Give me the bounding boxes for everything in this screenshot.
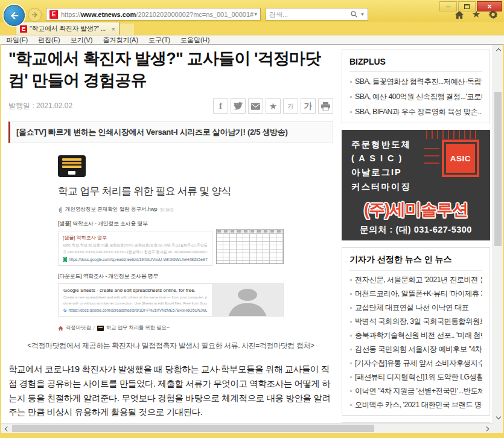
- article-title: "학교에서 확진자 발생?" 교사들이 '걱정마닷컴' 만들어 경험공유: [8, 48, 333, 91]
- tab-close-icon[interactable]: ×: [109, 25, 115, 33]
- card-file-box-icon: [58, 155, 86, 177]
- breadcrumb-separator: /: [94, 325, 95, 331]
- bizplus-box: BIZPLUS SBA, 들꽃영화상 협력추진...저예산·독립영화... SB…: [342, 50, 490, 123]
- google-sheets-card: Google Sheets - create and edit spreadsh…: [58, 283, 284, 317]
- reporter-news-header: 기자가 선정한 뉴스 인 뉴스: [349, 253, 482, 271]
- scrollbar-corner: [493, 423, 503, 433]
- article-paragraph: 학교에서 코로나19 확진자가 발생했을 때 당황하는 교사·학부모들을 위해 …: [8, 362, 333, 420]
- tab-title: "학교에서 확진자 발생?" ...: [30, 24, 109, 33]
- url-protocol: https://: [61, 11, 81, 18]
- share-toolbar: f ★ 가 가: [211, 98, 333, 114]
- reporter-news-item[interactable]: 전자신문, 서울문화고 '2021년 진로비전 동계...: [349, 273, 482, 287]
- site-favicon: E: [49, 10, 58, 19]
- article-image: 학교 업무 처리를 위한 필요 서류 및 양식 개인영상정보 존재확인 열람 청…: [58, 155, 284, 332]
- bizplus-item[interactable]: SBA, BIFAN과 우수 장르영화 육성 맞손...'워...: [349, 105, 482, 120]
- google-g-icon: G: [63, 308, 66, 312]
- tab-favicon: E: [20, 25, 27, 33]
- horizontal-scroll-thumb[interactable]: [12, 425, 374, 432]
- publish-date: 발행일 : 2021.02.02: [8, 101, 72, 111]
- print-icon: [321, 102, 330, 111]
- back-button[interactable]: [4, 5, 25, 26]
- reporter-news-item[interactable]: 김선동 국민의힘 서울시장 예비후보 "4차 산...: [349, 343, 482, 356]
- sheet-card-title: [샘플] 역학조사 명부: [63, 234, 208, 241]
- capture-page-title: 학교 업무 처리를 위한 필요 서류 및 양식: [58, 184, 284, 198]
- new-tab-button[interactable]: [120, 24, 134, 35]
- attachment-size: 39.5KB: [160, 208, 174, 212]
- share-mail-button[interactable]: [248, 98, 263, 114]
- close-button[interactable]: ×: [477, 1, 502, 11]
- reporter-news-item[interactable]: 머천드코리아, 알뜰폰+K-뷰티 '마이제휴 363'...: [349, 287, 482, 301]
- address-bar[interactable]: E https://www.etnews.com/20210202000002?…: [46, 8, 261, 21]
- google-sheets-link: https://docs.google.com/spreadsheets/d/1…: [68, 308, 207, 312]
- sheet-preview-card: [샘플] 역학조사 명부 세B1 학교,학년,반,번호,이름,전화번호(아이),…: [58, 231, 212, 266]
- spreadsheet-thumbnail: [216, 229, 284, 264]
- browser-titlebar: – × E https://www.etnews.com/20210202000…: [0, 0, 504, 22]
- scroll-down-button[interactable]: [493, 413, 503, 423]
- home-breadcrumb-icon: [58, 326, 63, 331]
- reporter-news-box: 기자가 선정한 뉴스 인 뉴스 전자신문, 서울문화고 '2021년 진로비전 …: [342, 247, 490, 416]
- maximize-button[interactable]: [458, 1, 476, 11]
- url-path: /20210202000002?mc=ns_001_00001#: [136, 11, 254, 18]
- page-viewport: "학교에서 확진자 발생?" 교사들이 '걱정마닷컴' 만들어 경험공유 발행일…: [1, 44, 503, 433]
- menu-help[interactable]: 도움말(H): [180, 36, 209, 45]
- article: "학교에서 확진자 발생?" 교사들이 '걱정마닷컴' 만들어 경험공유 발행일…: [8, 48, 333, 423]
- capture-breadcrumb: 걱정마닷컴 / 학교 업무 처리를 위한 필요--: [58, 324, 284, 332]
- tab-article[interactable]: E "학교에서 확진자 발생?" ... ×: [16, 22, 120, 35]
- menu-edit[interactable]: 편집(E): [38, 36, 60, 45]
- scroll-right-button[interactable]: [482, 424, 493, 434]
- mail-icon: [251, 103, 260, 110]
- search-box[interactable]: ▼: [266, 8, 368, 21]
- menu-view[interactable]: 보기(V): [71, 36, 93, 45]
- share-twitter-button[interactable]: [231, 98, 246, 114]
- forward-arrow-icon: [31, 11, 39, 19]
- horizontal-scrollbar[interactable]: [1, 423, 493, 433]
- download-label: [다운로드] 역학조사 - 개인정보 조사용 명부: [58, 272, 284, 280]
- vertical-scroll-thumb[interactable]: [494, 92, 502, 246]
- scroll-left-button[interactable]: [1, 424, 11, 434]
- sheet-card-desc-line1: 세B1 학교,학년,반,번호,이름,전화번호(아이),전화번호(보호자),자택 …: [63, 243, 208, 248]
- capture-attachment: 개인영상정보 존재확인 열람 청구서.hwp 39.5KB: [58, 206, 284, 213]
- reporter-news-item[interactable]: 박병석 국회의장, 3일 국회국민통합위원회...: [349, 315, 482, 329]
- font-size-increase-button[interactable]: 가: [301, 98, 316, 114]
- font-size-decrease-button[interactable]: 가: [283, 98, 298, 114]
- google-sheets-desc-line2: done with or without an internet connect…: [63, 301, 207, 306]
- breadcrumb-home-label: 걱정마닷컴: [66, 324, 91, 332]
- share-facebook-button[interactable]: f: [213, 98, 228, 114]
- vertical-scrollbar[interactable]: [493, 45, 503, 423]
- page-content: "학교에서 확진자 발생?" 교사들이 '걱정마닷컴' 만들어 경험공유 발행일…: [1, 45, 493, 423]
- reporter-news-item[interactable]: 교섭단체 대표연설 나선 이낙연 대표: [349, 301, 482, 315]
- print-button[interactable]: [318, 98, 333, 114]
- bizplus-item[interactable]: SBA, 들꽃영화상 협력추진...저예산·독립영화...: [349, 74, 482, 89]
- address-dropdown-icon[interactable]: ▼: [254, 12, 258, 16]
- menu-file[interactable]: 파일(F): [6, 36, 28, 45]
- menu-tools[interactable]: 도구(T): [148, 36, 170, 45]
- search-icon[interactable]: [350, 10, 358, 18]
- reporter-news-item[interactable]: 충북과학기술혁신원 비전 선포.. '미래 첨단과...: [349, 329, 482, 343]
- menu-bar: 파일(F) 편집(E) 보기(V) 즐겨찾기(A) 도구(T) 도움말(H): [0, 35, 504, 44]
- reporter-news-item[interactable]: 오비맥주 카스, '2021 대한민국 브랜드 명예...: [349, 398, 482, 412]
- paperclip-icon: [58, 207, 63, 213]
- scroll-up-button[interactable]: [493, 45, 503, 55]
- share-bookmark-button[interactable]: ★: [266, 98, 281, 114]
- sample-label: [샘플] 역학조사 - 개인정보 조사용 명부: [58, 220, 284, 228]
- search-dropdown-icon[interactable]: ▼: [360, 12, 365, 16]
- image-caption: <걱정마닷컴에서 제공하는 확진자나 밀접접촉자 발생시 필요한 서류. 사진=…: [8, 341, 333, 351]
- reporter-news-item[interactable]: [기자수첩]유통 규제 앞서 소비자후생지수 개...: [349, 356, 482, 370]
- forward-button[interactable]: [28, 8, 42, 22]
- semisolution-ad-banner[interactable]: 주문형반도체 ( A S I C ) 아날로그IP 커스터마이징 ASIC (주…: [342, 130, 490, 240]
- chip-pins-graphic: [424, 148, 439, 170]
- ad-phone-number: 문의처 : (대) 031-627-5300: [342, 224, 490, 236]
- reporter-news-item[interactable]: 이낙연 "4차 지원금 '선별+전국민'...반도체·미...: [349, 384, 482, 398]
- sheet-card-link: https://docs.google.com/spreadsheets/d/1…: [69, 257, 208, 262]
- attachment-name: 개인영상정보 존재확인 열람 청구서.hwp: [65, 206, 158, 213]
- minimize-button[interactable]: –: [439, 1, 457, 11]
- ad-text-line: 커스터마이징: [351, 180, 490, 194]
- promo-banner-link[interactable]: [올쇼TV] 빠르게 변하는 인쇄시장에서 Versant-I 시리즈로 살아남…: [8, 121, 333, 143]
- google-sheets-card-title: Google Sheets - create and edit spreadsh…: [63, 288, 207, 293]
- bizplus-item[interactable]: SBA, 예산 400억원 신속집행 결정...'코로나19...: [349, 89, 482, 105]
- sheet-card-desc-line2: 우,010-XXXX-XXXX,010-XXXX-XXXX,대한광역시 한천구 …: [63, 250, 208, 255]
- menu-favorites[interactable]: 즐겨찾기(A): [103, 36, 138, 45]
- breadcrumb-page-label: 학교 업무 처리를 위한 필요--: [106, 324, 170, 332]
- reporter-news-item[interactable]: [패션뷰티 디지털혁신]1위 도약한 LG생활건...: [349, 370, 482, 384]
- search-input[interactable]: [269, 11, 350, 18]
